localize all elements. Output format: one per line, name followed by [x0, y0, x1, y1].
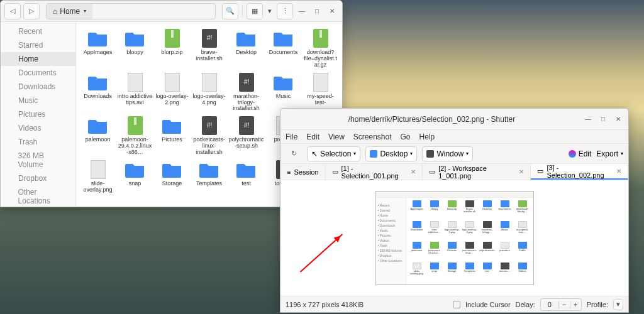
- minimize-button[interactable]: —: [296, 5, 308, 18]
- tab-1[interactable]: ▭[1] - Selection_001.png✕: [326, 164, 423, 180]
- svg-rect-11: [313, 73, 328, 92]
- file-item[interactable]: #!marathon-trilogy-installer.sh: [228, 72, 264, 112]
- sidebar-item-pictures[interactable]: Pictures: [1, 107, 75, 121]
- file-item[interactable]: Storage: [154, 160, 190, 193]
- file-item[interactable]: #!pocketcasts-linux-installer.sh: [191, 116, 227, 156]
- sidebar-item-dropbox[interactable]: Dropbox: [1, 171, 75, 185]
- tab-3[interactable]: ▭[3] - Selection_002.png✕: [531, 164, 628, 180]
- menu-help[interactable]: Help: [419, 133, 435, 141]
- file-item[interactable]: palemoon-29.4.0.2.linux-x86…: [117, 116, 153, 156]
- menu-go[interactable]: Go: [401, 133, 411, 141]
- folder-icon: [160, 160, 184, 180]
- file-item[interactable]: snap: [117, 160, 153, 193]
- view-dropdown[interactable]: ▾: [265, 3, 274, 19]
- sidebar-item-starred[interactable]: Starred: [1, 38, 75, 52]
- menu-view[interactable]: View: [328, 133, 345, 141]
- menu-file[interactable]: File: [286, 133, 297, 141]
- file-item[interactable]: Documents: [265, 28, 301, 68]
- folder-icon: [160, 116, 184, 136]
- desktop-tool[interactable]: Desktop ▾: [365, 146, 417, 161]
- tab-close[interactable]: ✕: [411, 168, 416, 175]
- file-item[interactable]: #!brave-installer.sh: [191, 28, 227, 68]
- file-item[interactable]: palemoon: [80, 116, 116, 156]
- export-button[interactable]: Export ▾: [596, 149, 623, 158]
- shutter-window: /home/derrik/Pictures/Selection_002.png …: [280, 108, 629, 313]
- svg-rect-5: [319, 30, 322, 38]
- file-item[interactable]: test: [228, 160, 264, 193]
- vid-icon: [7, 124, 14, 132]
- delay-stepper[interactable]: 0 − +: [540, 298, 582, 311]
- sidebar-item-trash[interactable]: Trash: [1, 135, 75, 149]
- shutter-canvas[interactable]: • Recent• Starred• Home• Documents• Down…: [280, 180, 628, 296]
- file-item[interactable]: logo-overlay-2.png: [154, 72, 190, 112]
- sidebar-item-326-mb-volume[interactable]: 326 MB Volume: [1, 149, 75, 171]
- include-cursor-checkbox[interactable]: [453, 301, 460, 308]
- file-item[interactable]: Templates: [191, 160, 227, 193]
- box-icon: [7, 175, 14, 182]
- file-item[interactable]: Music: [265, 72, 301, 112]
- svg-rect-19: [91, 160, 106, 179]
- delay-increase[interactable]: +: [570, 301, 581, 308]
- file-item[interactable]: AppImages: [80, 28, 116, 68]
- menu-edit[interactable]: Edit: [306, 133, 319, 141]
- selection-tool[interactable]: ↖ Selection ▾: [307, 146, 360, 161]
- minimize-button[interactable]: —: [582, 113, 594, 126]
- sidebar-item-recent[interactable]: Recent: [1, 24, 75, 38]
- maximize-button[interactable]: □: [311, 5, 323, 18]
- file-item[interactable]: logo-overlay-4.png: [191, 72, 227, 112]
- redo-button[interactable]: ↻: [286, 146, 302, 162]
- close-button[interactable]: ✕: [326, 5, 338, 18]
- profile-label: Profile:: [587, 301, 608, 308]
- sidebar-item-music[interactable]: Music: [1, 94, 75, 107]
- tab-close[interactable]: ✕: [519, 168, 524, 175]
- file-item[interactable]: Pictures: [154, 116, 190, 156]
- window-tool[interactable]: Window ▾: [422, 146, 473, 161]
- file-item[interactable]: #!polychromatic-setup.sh: [228, 116, 264, 156]
- svg-rect-8: [202, 73, 217, 92]
- delay-decrease[interactable]: −: [558, 301, 570, 308]
- edit-button[interactable]: Edit: [569, 149, 592, 158]
- file-item[interactable]: slide-overlay.png: [80, 160, 116, 193]
- view-toggle-button[interactable]: ▦: [247, 3, 263, 19]
- chevron-down-icon: ▾: [84, 8, 86, 14]
- doc-icon: [309, 72, 333, 92]
- profile-dropdown[interactable]: ▾: [613, 299, 623, 310]
- maximize-button[interactable]: □: [597, 113, 609, 126]
- file-item[interactable]: download?file=dynalist.tar.gz: [303, 28, 338, 68]
- sidebar-item-downloads[interactable]: Downloads: [1, 80, 75, 94]
- folder-icon: [123, 160, 147, 180]
- chevron-down-icon: ▾: [466, 151, 469, 156]
- down-icon: [7, 83, 14, 90]
- mini-grid: AppImagesbloopyblorp.zipbrave-installer.…: [406, 198, 533, 284]
- file-item[interactable]: Desktop: [228, 28, 264, 68]
- file-item[interactable]: my-speed-test-: [303, 72, 338, 112]
- sidebar-item-documents[interactable]: Documents: [1, 66, 75, 80]
- back-button[interactable]: ◁: [4, 3, 21, 19]
- sh-icon: #!: [197, 28, 221, 48]
- file-item[interactable]: bloopy: [117, 28, 153, 68]
- menu-screenshot[interactable]: Screenshot: [353, 133, 392, 141]
- close-button[interactable]: ✕: [612, 113, 625, 126]
- tab-close[interactable]: ✕: [616, 168, 621, 175]
- path-bar[interactable]: ⌂ Home ▾: [46, 3, 216, 19]
- sidebar-item-videos[interactable]: Videos: [1, 121, 75, 135]
- sidebar-item-home[interactable]: Home: [1, 52, 75, 66]
- file-item[interactable]: intro addictive tips.avi: [117, 72, 153, 112]
- tab-0[interactable]: ≡Session: [280, 164, 326, 180]
- files-sidebar: RecentStarredHomeDocumentsDownloadsMusic…: [1, 22, 76, 207]
- tab-2[interactable]: ▭[2] - Workspace 1_001.png✕: [423, 164, 531, 180]
- svg-rect-1: [171, 30, 174, 38]
- path-label: Home: [60, 7, 80, 16]
- annotation-arrow[interactable]: [300, 234, 343, 273]
- sidebar-item-other-locations[interactable]: Other Locations: [1, 185, 75, 207]
- path-home[interactable]: ⌂ Home ▾: [47, 4, 92, 19]
- screenshot-preview: • Recent• Starred• Home• Documents• Down…: [375, 191, 534, 285]
- file-item[interactable]: blorp.zip: [154, 28, 190, 68]
- folder-icon: [235, 28, 258, 48]
- doc-icon: [86, 160, 110, 180]
- zip-icon: [123, 116, 147, 136]
- search-button[interactable]: 🔍: [222, 3, 238, 19]
- forward-button[interactable]: ▷: [23, 3, 40, 19]
- menu-button[interactable]: ⋮: [277, 3, 293, 19]
- file-item[interactable]: Downloads: [80, 72, 116, 112]
